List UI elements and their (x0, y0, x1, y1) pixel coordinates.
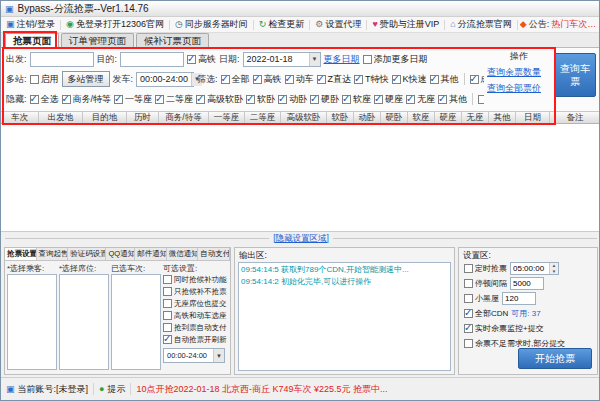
hide-settings-area-link[interactable]: [隐藏设置区域] (273, 233, 329, 245)
col-business[interactable]: 商务/特等 (159, 112, 209, 123)
hide-soft-seat-checkbox[interactable]: 软座 (342, 93, 371, 106)
hide-business-checkbox[interactable]: 商务/特等 (62, 93, 112, 106)
option-waitlist-both-checkbox[interactable]: 同时抢候补功能 (163, 274, 228, 285)
all-cdn-checkbox[interactable]: 全部CDN (464, 308, 508, 319)
stepper-down-icon[interactable]: ▼ (550, 269, 558, 275)
col-premium-soft-sleeper[interactable]: 高级软卧 (281, 112, 327, 123)
more-dates-link[interactable]: 更多日期 (324, 53, 360, 66)
toolbar-logout-login[interactable]: ▣ 注销/登录 (3, 17, 58, 32)
tab-waitlist-page[interactable]: 候补订票页面 (136, 33, 209, 47)
col-second-class[interactable]: 二等座 (245, 112, 281, 123)
seat-listbox[interactable] (59, 274, 109, 370)
stepper-buttons[interactable]: ▲ ▼ (549, 263, 558, 274)
col-duration[interactable]: 历时 (127, 112, 159, 123)
hsr-checkbox[interactable]: 高铁 (187, 53, 216, 66)
tab-grab-settings[interactable]: 抢票设置 (5, 248, 37, 260)
tab-query-onsale[interactable]: 查询起售 (37, 248, 69, 260)
hide-second-class-checkbox[interactable]: 二等座 (155, 93, 193, 106)
tab-auto-pay[interactable]: 自动支付 (198, 248, 230, 260)
col-no-seat[interactable]: 无座 (462, 112, 489, 123)
tab-qq-notify[interactable]: QQ通知 (106, 248, 135, 260)
col-hard-sleeper[interactable]: 硬卧 (381, 112, 408, 123)
pause-interval-checkbox[interactable]: 停顿间隔 (464, 278, 507, 289)
hide-emu-sleeper-checkbox[interactable]: 动卧 (278, 93, 307, 106)
depart-time-select[interactable]: 00:00-24:00 ▼ (136, 72, 194, 87)
selected-trains-listbox[interactable] (111, 274, 161, 370)
col-emu-sleeper[interactable]: 动卧 (354, 112, 381, 123)
adult-checkbox[interactable]: 成人 (470, 73, 484, 86)
tab-captcha-settings[interactable]: 验证码设置 (68, 248, 106, 260)
start-grab-button[interactable]: 开始抢票 (518, 348, 592, 369)
toolbar-label: 赞助与注册VIP (380, 18, 440, 31)
checkbox-box (392, 75, 401, 84)
timed-grab-row: 定时抢票 ▲ ▼ (464, 262, 559, 275)
filter-z-checkbox[interactable]: Z直达 (317, 73, 352, 86)
date-select[interactable]: 2022-01-18 ▼ (243, 52, 321, 67)
blackroom-checkbox[interactable]: 小黑屋 (464, 293, 499, 304)
col-soft-seat[interactable]: 软座 (408, 112, 435, 123)
child-checkbox[interactable]: 儿童 (478, 93, 484, 106)
hide-hard-seat-checkbox[interactable]: 硬座 (374, 93, 403, 106)
filter-t-checkbox[interactable]: T特快 (354, 73, 389, 86)
hide-other-checkbox[interactable]: 其他 (438, 93, 467, 106)
filter-k-checkbox[interactable]: K快速 (392, 73, 427, 86)
hide-no-seat-checkbox[interactable]: 无座 (406, 93, 435, 106)
toolbar-open-12306[interactable]: ◉ 免登录打开12306官网 (63, 17, 167, 32)
filter-emu-checkbox[interactable]: 动车 (285, 73, 314, 86)
col-hard-seat[interactable]: 硬座 (435, 112, 462, 123)
toolbar-check-update[interactable]: ↻ 检查更新 (256, 17, 308, 32)
col-from[interactable]: 出发地 (39, 112, 83, 123)
checkbox-box (221, 75, 230, 84)
filter-other-checkbox[interactable]: 其他 (430, 73, 459, 86)
add-more-dates-checkbox[interactable]: 添加更多日期 (363, 53, 428, 66)
grab-time-range-select[interactable]: 00:00-24:00 ▼ (163, 348, 225, 363)
hide-soft-sleeper-checkbox[interactable]: 软卧 (246, 93, 275, 106)
option-seat-selection-checkbox[interactable]: 高铁和动车选座 (163, 310, 228, 321)
from-station-input[interactable] (30, 52, 94, 67)
timed-grab-time-input[interactable] (511, 263, 549, 274)
to-station-input[interactable] (120, 52, 184, 67)
option-auto-pay-checkbox[interactable]: 抢到票自动支付 (163, 322, 228, 333)
tab-order-manage-page[interactable]: 订单管理页面 (61, 33, 134, 47)
query-seat-count-link[interactable]: 查询余票数量 (487, 66, 541, 79)
col-soft-sleeper[interactable]: 软卧 (327, 112, 354, 123)
tab-wechat-notify[interactable]: 微信通知 (167, 248, 199, 260)
hide-select-all-checkbox[interactable]: 全选 (30, 93, 59, 106)
query-row-filters: 多站: 启用 多站管理 发车: 00:00-24:00 ▼ 筛选: 全部 高铁 (6, 70, 484, 88)
hide-first-class-checkbox[interactable]: 一等座 (114, 93, 152, 106)
toolbar-label: 同步服务器时间 (185, 18, 248, 31)
timed-grab-checkbox[interactable]: 定时抢票 (464, 263, 507, 274)
hide-hard-sleeper-checkbox[interactable]: 硬卧 (310, 93, 339, 106)
tab-grab-ticket-page[interactable]: 抢票页面 (5, 33, 59, 47)
col-date[interactable]: 日期 (516, 112, 550, 123)
tab-email-notify[interactable]: 邮件通知 (135, 248, 167, 260)
monitor-submit-checkbox[interactable]: 实时余票监控+提交 (464, 323, 544, 334)
option-auto-refresh-checkbox[interactable]: 自动抢票开刷新 (163, 334, 228, 345)
filter-hsr-checkbox[interactable]: 高铁 (253, 73, 282, 86)
option-no-seat-submit-checkbox[interactable]: 无座席位也提交 (163, 298, 228, 309)
col-first-class[interactable]: 一等座 (209, 112, 245, 123)
toolbar-proxy-settings[interactable]: ⚙ 设置代理 (312, 17, 364, 32)
multi-station-enable-checkbox[interactable]: 启用 (30, 73, 59, 86)
passenger-listbox[interactable] (7, 274, 57, 370)
option-waitlist-only-checkbox[interactable]: 只抢候补不抢票 (163, 286, 228, 297)
toolbar-sync-time[interactable]: ◷ 同步服务器时间 (172, 17, 251, 32)
pause-interval-input[interactable] (510, 277, 544, 290)
query-all-price-link[interactable]: 查询全部票价 (487, 82, 541, 95)
timed-grab-time-stepper[interactable]: ▲ ▼ (510, 262, 559, 275)
hide-premium-soft-sleeper-checkbox[interactable]: 高级软卧 (196, 93, 243, 106)
blackroom-input[interactable] (502, 292, 536, 305)
col-remark[interactable]: 备注 (550, 112, 600, 123)
output-log-listbox[interactable]: 09:54:14:5 获取到789个CDN,开始智能测速中... 09:54:1… (238, 262, 451, 371)
toolbar-vip-register[interactable]: ♥ 赞助与注册VIP (369, 17, 442, 32)
col-train-no[interactable]: 车次 (1, 112, 39, 123)
query-tickets-button[interactable]: 查询车票 (554, 53, 596, 97)
toolbar-label: 设置代理 (325, 18, 361, 31)
checkbox-label: 抢到票自动支付 (174, 323, 227, 333)
checkbox-box (406, 95, 415, 104)
col-to[interactable]: 目的地 (83, 112, 127, 123)
col-other[interactable]: 其他 (489, 112, 516, 123)
filter-all-checkbox[interactable]: 全部 (221, 73, 250, 86)
multi-station-manage-button[interactable]: 多站管理 (62, 71, 110, 87)
toolbar-official-site[interactable]: ⌂ 分流抢票官网 (447, 17, 514, 32)
